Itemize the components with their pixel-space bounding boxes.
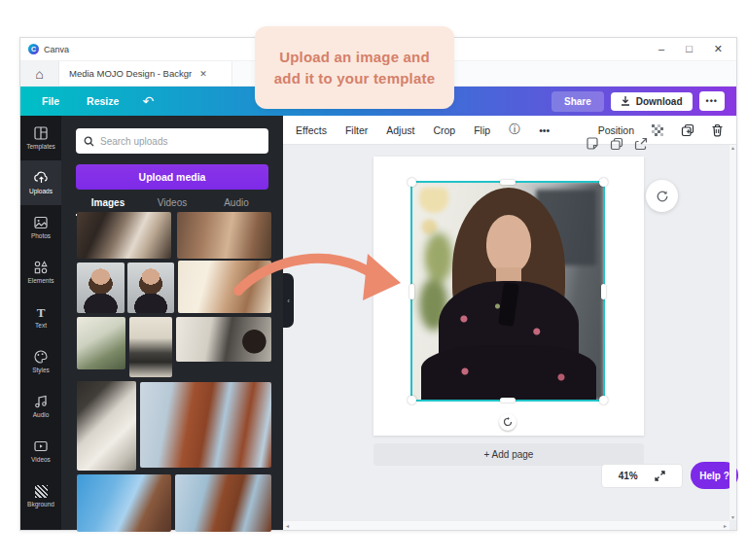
duplicate-page-icon[interactable] [610,137,623,151]
sidebar-item-styles[interactable]: Styles [20,339,61,384]
image-toolbar: Effects Filter Adjust Crop Flip ⓘ ••• Po… [283,116,736,145]
effects-button[interactable]: Effects [296,124,327,136]
design-page[interactable] [374,157,644,436]
delete-icon[interactable] [711,123,724,137]
tab-close-icon[interactable]: ✕ [199,69,207,79]
download-button[interactable]: Download [611,92,693,111]
fullscreen-icon[interactable] [655,471,665,481]
sidebar-item-text[interactable]: T Text [20,295,61,339]
comment-refresh-icon [656,190,669,203]
rotate-handle[interactable] [499,413,516,431]
window-title: Canva [44,45,69,54]
close-button[interactable]: ✕ [714,44,723,54]
toolbar-overflow-icon[interactable]: ••• [539,124,550,136]
canva-logo-icon: C [28,44,39,54]
page-actions [586,137,648,151]
resize-menu[interactable]: Resize [73,95,132,107]
portrait-face [486,215,531,273]
comment-button[interactable] [646,180,678,212]
vertical-scrollbar[interactable]: ▲▼ [729,145,736,520]
horizontal-scrollbar[interactable]: ◂▸ [283,520,729,530]
placed-portrait-image[interactable] [411,182,604,401]
sidebar-item-photos[interactable]: Photos [20,205,61,250]
sidebar-item-elements[interactable]: Elements [20,250,61,295]
thumb-building-sky[interactable] [77,474,171,532]
thumb-building-glass[interactable] [140,382,271,468]
maximize-button[interactable]: □ [686,44,693,54]
tutorial-bubble: Upload an image and add it to your templ… [255,26,454,109]
zoom-level[interactable]: 41% [619,471,638,481]
document-tab-title: Media MOJO Design - Backgr [69,68,192,79]
position-button[interactable]: Position [598,124,634,136]
download-icon [621,96,630,106]
styles-icon [34,350,48,364]
document-tab[interactable]: Media MOJO Design - Backgr ✕ [59,61,232,86]
sidebar-item-uploads[interactable]: Uploads [20,160,61,205]
sidebar-item-templates[interactable]: Templates [20,116,61,160]
transparency-icon[interactable] [651,123,664,137]
thumb-building-brick[interactable] [175,474,271,532]
search-placeholder: Search uploads [100,136,168,147]
upload-media-button[interactable]: Upload media [76,164,268,190]
notes-icon[interactable] [586,137,599,151]
uploads-icon [34,171,49,185]
add-page-button[interactable]: + Add page [374,443,644,466]
crop-button[interactable]: Crop [433,124,455,136]
photos-icon [34,216,48,229]
videos-icon [34,439,48,453]
audio-icon [34,395,48,408]
thumb-plant-desk[interactable] [77,317,125,369]
info-icon[interactable]: ⓘ [509,122,520,138]
text-icon: T [37,306,46,319]
tutorial-arrow [231,236,406,333]
sidebar-item-background[interactable]: Bkground [20,473,61,518]
rotate-icon [503,417,513,427]
zoom-control: 41% [601,464,683,488]
templates-icon [34,126,48,140]
tutorial-text: Upload an image and add it to your templ… [268,47,441,89]
share-button[interactable]: Share [551,91,604,112]
flip-button[interactable]: Flip [474,124,490,136]
minimize-button[interactable]: – [658,44,664,54]
elements-icon [34,261,48,274]
toolbar-more-button[interactable]: ••• [699,91,725,111]
portrait-arms [421,345,596,401]
thumb-woman-portrait-1[interactable] [77,262,124,313]
undo-icon[interactable]: ↶ [132,94,163,108]
home-icon: ⌂ [35,66,43,82]
file-menu[interactable]: File [28,95,73,107]
thumb-desk-frame[interactable] [129,317,172,377]
sidebar: Templates Uploads Photos Elements T Text… [20,116,61,530]
download-label: Download [636,96,683,107]
filter-button[interactable]: Filter [345,124,368,136]
thumb-woman-portrait-2[interactable] [127,262,174,313]
home-button[interactable]: ⌂ [20,61,59,86]
search-icon [84,136,94,147]
duplicate-icon[interactable] [681,123,694,137]
sidebar-item-videos[interactable]: Videos [20,429,61,473]
thumb-desk-diagonal[interactable] [77,381,136,471]
export-page-icon[interactable] [634,137,648,151]
adjust-button[interactable]: Adjust [386,124,414,136]
thumb-desk-flatlay[interactable] [77,212,171,259]
sidebar-item-audio[interactable]: Audio [20,384,61,429]
search-input[interactable]: Search uploads [76,128,268,154]
background-icon [35,485,48,498]
